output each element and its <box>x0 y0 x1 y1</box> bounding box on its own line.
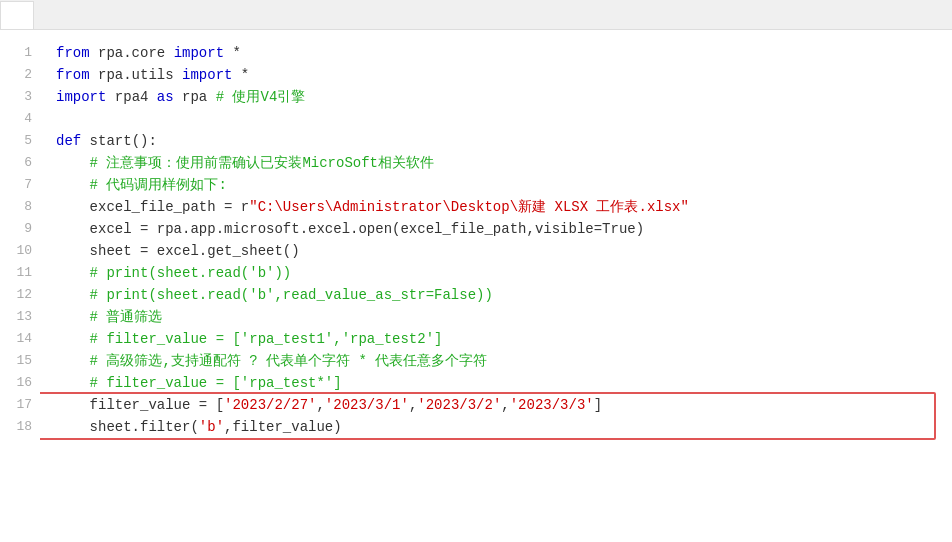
line-number: 1 <box>12 42 32 64</box>
line-number: 4 <box>12 108 32 130</box>
code-content[interactable]: from rpa.core import *from rpa.utils imp… <box>40 30 952 542</box>
token-comment: # filter_value = ['rpa_test1','rpa_test2… <box>56 328 442 350</box>
line-number: 7 <box>12 174 32 196</box>
line-number: 14 <box>12 328 32 350</box>
main-tab[interactable] <box>0 1 34 29</box>
line-numbers: 123456789101112131415161718 <box>0 30 40 542</box>
line-number: 17 <box>12 394 32 416</box>
code-line: # 普通筛选 <box>56 306 936 328</box>
code-line: import rpa4 as rpa # 使用V4引擎 <box>56 86 936 108</box>
token-kw: as <box>157 86 174 108</box>
line-number: 2 <box>12 64 32 86</box>
token-kw: import <box>56 86 106 108</box>
line-number: 5 <box>12 130 32 152</box>
code-line: excel = rpa.app.microsoft.excel.open(exc… <box>56 218 936 240</box>
code-line: def start(): <box>56 130 936 152</box>
token-comment: # 代码调用样例如下: <box>56 174 227 196</box>
token-normal: sheet = excel.get_sheet() <box>56 240 300 262</box>
line-number: 15 <box>12 350 32 372</box>
token-string-red: '2023/3/1' <box>325 394 409 416</box>
token-comment: # print(sheet.read('b')) <box>56 262 291 284</box>
line-number: 6 <box>12 152 32 174</box>
token-string-red: "C:\Users\Administrator\Desktop\新建 XLSX … <box>249 196 689 218</box>
token-comment: # 普通筛选 <box>56 306 162 328</box>
token-kw: from <box>56 64 90 86</box>
line-number: 11 <box>12 262 32 284</box>
token-normal: excel = rpa.app.microsoft.excel.open(exc… <box>56 218 644 240</box>
code-area: 123456789101112131415161718 from rpa.cor… <box>0 30 952 542</box>
token-kw: import <box>174 42 224 64</box>
token-normal: ,filter_value) <box>224 416 342 438</box>
token-normal: * <box>232 64 249 86</box>
token-string-red: '2023/2/27' <box>224 394 316 416</box>
token-normal: , <box>501 394 509 416</box>
token-string-red: '2023/3/2' <box>417 394 501 416</box>
token-normal: rpa.utils <box>90 64 182 86</box>
code-line: # print(sheet.read('b')) <box>56 262 936 284</box>
line-number: 12 <box>12 284 32 306</box>
token-comment: # 高级筛选,支持通配符 ? 代表单个字符 * 代表任意多个字符 <box>56 350 487 372</box>
token-normal: , <box>316 394 324 416</box>
token-kw: from <box>56 42 90 64</box>
token-normal: rpa.core <box>90 42 174 64</box>
token-string-red: 'b' <box>199 416 224 438</box>
tab-bar <box>0 0 952 30</box>
token-normal: ] <box>594 394 602 416</box>
line-number: 18 <box>12 416 32 438</box>
token-kw: def <box>56 130 81 152</box>
line-number: 8 <box>12 196 32 218</box>
token-normal: rpa4 <box>106 86 156 108</box>
token-comment: # print(sheet.read('b',read_value_as_str… <box>56 284 493 306</box>
token-normal: sheet.filter( <box>56 416 199 438</box>
code-line: # 注意事项：使用前需确认已安装MicroSoft相关软件 <box>56 152 936 174</box>
token-comment: # 注意事项：使用前需确认已安装MicroSoft相关软件 <box>56 152 434 174</box>
code-line: # 代码调用样例如下: <box>56 174 936 196</box>
line-number: 13 <box>12 306 32 328</box>
token-kw: import <box>182 64 232 86</box>
line-number: 16 <box>12 372 32 394</box>
line-number: 9 <box>12 218 32 240</box>
token-comment: # 使用V4引擎 <box>216 86 306 108</box>
token-normal: rpa <box>174 86 216 108</box>
code-line: # 高级筛选,支持通配符 ? 代表单个字符 * 代表任意多个字符 <box>56 350 936 372</box>
code-line: # print(sheet.read('b',read_value_as_str… <box>56 284 936 306</box>
token-string-red: '2023/3/3' <box>510 394 594 416</box>
code-line: # filter_value = ['rpa_test1','rpa_test2… <box>56 328 936 350</box>
code-line: from rpa.utils import * <box>56 64 936 86</box>
line-number: 10 <box>12 240 32 262</box>
code-line: sheet.filter('b',filter_value) <box>56 416 936 438</box>
code-line: from rpa.core import * <box>56 42 936 64</box>
token-normal: , <box>409 394 417 416</box>
token-normal: start(): <box>81 130 157 152</box>
token-comment: # filter_value = ['rpa_test*'] <box>56 372 342 394</box>
code-line: # filter_value = ['rpa_test*'] <box>56 372 936 394</box>
token-normal: filter_value = [ <box>56 394 224 416</box>
line-number: 3 <box>12 86 32 108</box>
code-line: filter_value = ['2023/2/27','2023/3/1','… <box>56 394 936 416</box>
token-normal: excel_file_path = r <box>56 196 249 218</box>
token-normal: * <box>224 42 241 64</box>
code-line: sheet = excel.get_sheet() <box>56 240 936 262</box>
code-line: excel_file_path = r"C:\Users\Administrat… <box>56 196 936 218</box>
code-line <box>56 108 936 130</box>
editor-container: 123456789101112131415161718 from rpa.cor… <box>0 0 952 542</box>
